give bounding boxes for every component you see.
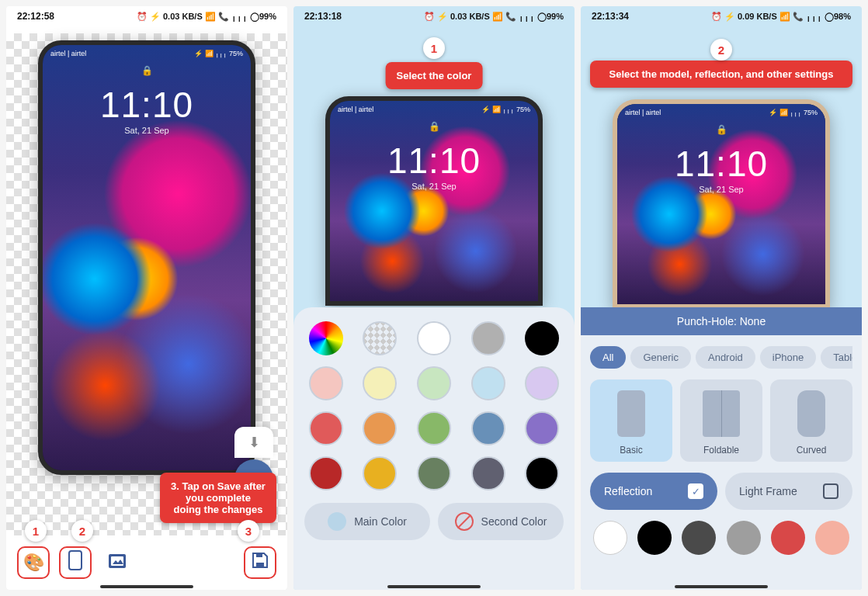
color-swatch-grid bbox=[304, 321, 564, 490]
step-badge-3: 3 bbox=[238, 520, 259, 542]
lock-icon: 🔒 bbox=[716, 124, 727, 135]
color-panel: Main Color Second Color bbox=[293, 307, 575, 590]
light-frame-toggle[interactable]: Light Frame bbox=[725, 473, 852, 510]
tab-iphone[interactable]: iPhone bbox=[760, 346, 816, 369]
frame-color-swatch[interactable] bbox=[727, 521, 761, 555]
color-swatch[interactable] bbox=[363, 456, 397, 490]
save-button[interactable] bbox=[244, 546, 276, 579]
model-card-basic[interactable]: Basic bbox=[590, 379, 672, 462]
model-shape-icon bbox=[797, 390, 825, 437]
nav-indicator bbox=[100, 585, 193, 588]
device-model-row: BasicFoldableCurved bbox=[590, 379, 852, 462]
lock-date: Sat, 21 Sep bbox=[699, 185, 744, 194]
color-swatch[interactable] bbox=[309, 456, 343, 490]
color-swatch[interactable] bbox=[525, 411, 559, 445]
color-swatch[interactable] bbox=[417, 366, 451, 400]
color-swatch[interactable] bbox=[309, 366, 343, 400]
model-label: Curved bbox=[797, 445, 827, 456]
frame-color-swatch[interactable] bbox=[682, 521, 716, 555]
device-mockup[interactable]: airtel | airtel ⚡ 📶 ╷╷╷ 75% 🔒 11:10 Sat,… bbox=[38, 40, 255, 475]
color-swatch[interactable] bbox=[417, 321, 451, 355]
light-frame-label: Light Frame bbox=[739, 485, 797, 497]
checkbox-empty-icon bbox=[823, 483, 838, 499]
status-time: 22:12:58 bbox=[17, 11, 54, 22]
save-icon bbox=[252, 552, 269, 573]
color-swatch[interactable] bbox=[363, 321, 397, 355]
device-category-tabs: AllGenericAndroidiPhoneTablet bbox=[590, 346, 852, 369]
color-swatch[interactable] bbox=[363, 366, 397, 400]
tab-tablet[interactable]: Tablet bbox=[821, 346, 852, 369]
reflection-toggle[interactable]: Reflection ✓ bbox=[590, 473, 717, 510]
color-swatch[interactable] bbox=[417, 411, 451, 445]
screen-3-model-settings: 22:13:34 ⏰ ⚡ 0.09 KB/S 📶 📞 ╷╷╷ ◯98% 2 Se… bbox=[581, 6, 862, 590]
bottom-toolbar: 🎨 bbox=[6, 535, 287, 590]
svg-rect-5 bbox=[256, 553, 262, 557]
color-swatch[interactable] bbox=[471, 321, 505, 355]
lockscreen-overlay: airtel | airtel ⚡ 📶 ╷╷╷ 75% 🔒 11:10 Sat,… bbox=[330, 101, 538, 301]
status-icons: ⏰ ⚡ 0.03 KB/S 📶 📞 ╷╷╷ ◯99% bbox=[424, 12, 564, 22]
color-swatch[interactable] bbox=[471, 366, 505, 400]
svg-rect-2 bbox=[111, 556, 123, 566]
carrier-label: airtel | airtel bbox=[625, 109, 661, 116]
model-label: Basic bbox=[620, 445, 642, 456]
color-swatch[interactable] bbox=[471, 411, 505, 445]
device-mockup[interactable]: airtel | airtel ⚡ 📶 ╷╷╷ 75% 🔒 11:10 Sat,… bbox=[325, 96, 543, 306]
color-swatch[interactable] bbox=[417, 456, 451, 490]
reflection-label: Reflection bbox=[604, 485, 652, 497]
punch-hole-header[interactable]: Punch-Hole: None bbox=[581, 307, 862, 335]
tab-all[interactable]: All bbox=[590, 346, 626, 369]
color-swatch[interactable] bbox=[525, 456, 559, 490]
device-mockup[interactable]: airtel | airtel ⚡ 📶 ╷╷╷ 75% 🔒 11:10 Sat,… bbox=[613, 99, 830, 309]
frame-color-swatch[interactable] bbox=[815, 521, 849, 555]
lock-time: 11:10 bbox=[675, 143, 768, 185]
palette-button[interactable]: 🎨 bbox=[17, 546, 50, 579]
svg-rect-4 bbox=[256, 563, 264, 567]
status-time: 22:13:34 bbox=[592, 11, 629, 22]
tab-generic[interactable]: Generic bbox=[630, 346, 691, 369]
color-swatch[interactable] bbox=[309, 411, 343, 445]
frame-color-swatch[interactable] bbox=[637, 521, 672, 555]
main-color-preview bbox=[328, 512, 346, 531]
status-icons: ⏰ ⚡ 0.03 KB/S 📶 📞 ╷╷╷ ◯99% bbox=[137, 12, 276, 22]
palette-icon: 🎨 bbox=[23, 553, 44, 573]
screen-2-color-picker: 22:13:18 ⏰ ⚡ 0.03 KB/S 📶 📞 ╷╷╷ ◯99% 1 Se… bbox=[293, 6, 575, 590]
second-color-button[interactable]: Second Color bbox=[438, 503, 564, 540]
lock-time: 11:10 bbox=[100, 84, 193, 126]
model-card-curved[interactable]: Curved bbox=[770, 379, 852, 462]
status-time: 22:13:18 bbox=[304, 11, 342, 22]
callout-save: 3. Tap on Save after you complete doing … bbox=[160, 473, 276, 523]
lock-time: 11:10 bbox=[387, 140, 481, 182]
device-button[interactable] bbox=[59, 546, 92, 579]
download-button[interactable]: ⬇ bbox=[234, 427, 273, 458]
main-color-label: Main Color bbox=[354, 515, 407, 528]
color-swatch[interactable] bbox=[525, 321, 559, 355]
tab-android[interactable]: Android bbox=[696, 346, 755, 369]
step-badge-1: 1 bbox=[25, 520, 47, 542]
color-swatch[interactable] bbox=[363, 411, 397, 445]
color-swatch[interactable] bbox=[309, 321, 343, 355]
phone-icon bbox=[68, 550, 82, 575]
color-swatch[interactable] bbox=[471, 456, 505, 490]
color-swatch[interactable] bbox=[525, 366, 559, 400]
model-shape-icon bbox=[617, 390, 645, 437]
checkmark-icon: ✓ bbox=[688, 483, 703, 499]
svg-rect-0 bbox=[69, 551, 82, 570]
no-color-icon bbox=[455, 512, 474, 531]
frame-color-swatch[interactable] bbox=[771, 521, 805, 555]
model-label: Foldable bbox=[703, 445, 739, 456]
main-color-button[interactable]: Main Color bbox=[304, 503, 430, 540]
status-icons: ⏰ ⚡ 0.09 KB/S 📶 📞 ╷╷╷ ◯98% bbox=[711, 12, 851, 22]
screen-1-editor: 22:12:58 ⏰ ⚡ 0.03 KB/S 📶 📞 ╷╷╷ ◯99% airt… bbox=[6, 6, 287, 590]
lock-status-icons: ⚡ 📶 ╷╷╷ 75% bbox=[769, 109, 818, 116]
lock-status-icons: ⚡ 📶 ╷╷╷ 75% bbox=[481, 106, 530, 113]
nav-indicator bbox=[675, 585, 768, 588]
status-bar: 22:13:18 ⏰ ⚡ 0.03 KB/S 📶 📞 ╷╷╷ ◯99% bbox=[293, 6, 575, 26]
model-card-foldable[interactable]: Foldable bbox=[680, 379, 762, 462]
carrier-label: airtel | airtel bbox=[338, 106, 373, 113]
carrier-label: airtel | airtel bbox=[50, 50, 86, 57]
status-bar: 22:12:58 ⏰ ⚡ 0.03 KB/S 📶 📞 ╷╷╷ ◯99% bbox=[6, 6, 287, 26]
frame-color-swatches bbox=[590, 521, 852, 555]
frame-color-swatch[interactable] bbox=[593, 521, 627, 555]
lock-date: Sat, 21 Sep bbox=[124, 126, 169, 135]
image-button[interactable] bbox=[101, 546, 134, 579]
